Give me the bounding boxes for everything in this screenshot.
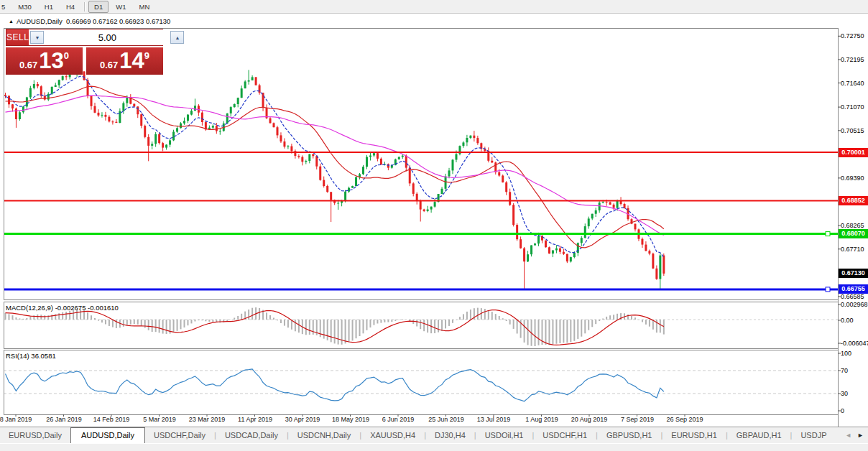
candle-body xyxy=(55,85,57,87)
candle-body xyxy=(552,251,554,254)
rsi-label: RSI(14) 36.0581 xyxy=(6,352,56,360)
candle-body xyxy=(137,106,139,114)
hline-objects[interactable] xyxy=(4,152,838,292)
tab-xauusd-h4[interactable]: XAUUSD,H4 xyxy=(361,428,424,443)
candle-body xyxy=(248,80,250,82)
candle-body xyxy=(337,203,339,204)
rsi-line xyxy=(6,369,664,401)
ma-line-8 xyxy=(6,76,664,257)
hline-handle[interactable] xyxy=(826,232,830,236)
candle-body xyxy=(445,177,447,189)
sell-button[interactable]: SELL xyxy=(6,29,29,45)
candle-body xyxy=(151,144,153,146)
candle-body xyxy=(577,243,579,253)
tab-usdchf-daily[interactable]: USDCHF,Daily xyxy=(145,428,214,443)
price-tick-label: 0.72195 xyxy=(841,56,864,63)
hline-handle[interactable] xyxy=(826,287,830,292)
tabs-scroll-right-icon[interactable]: ► xyxy=(857,432,864,439)
candle-body xyxy=(176,128,178,131)
timeframe-button-d1[interactable]: D1 xyxy=(88,1,108,13)
chart-title: ▲AUDUSD,Daily 0.66969 0.67162 0.66923 0.… xyxy=(9,17,170,25)
candle-body xyxy=(154,134,157,144)
macd-axis-label: 0.002968 xyxy=(841,301,868,308)
tab-usdjp[interactable]: USDJP xyxy=(792,428,835,443)
tab-audusd-daily[interactable]: AUDUSD,Daily xyxy=(70,427,145,444)
macd-histogram xyxy=(6,307,664,346)
macd-label: MACD(12,26,9) -0.002675 -0.001610 xyxy=(6,304,119,312)
candle-body xyxy=(595,210,597,214)
candle-body xyxy=(434,202,436,207)
buy-button[interactable]: BUY xyxy=(185,29,204,45)
candle-body xyxy=(190,111,193,114)
sell-price-panel[interactable]: 0.67 13 0 xyxy=(6,47,83,75)
candle-body xyxy=(269,118,272,124)
buy-price-panel[interactable]: 0.67 14 9 xyxy=(86,47,163,75)
candle-body xyxy=(402,156,404,157)
volume-increase-button[interactable]: ▲ xyxy=(170,31,184,44)
candle-body xyxy=(162,143,164,147)
toolbar-separator xyxy=(84,2,85,11)
candle-body xyxy=(566,254,568,262)
date-label: 7 Sep 2019 xyxy=(621,416,654,423)
candle-body xyxy=(416,194,418,201)
candle-body xyxy=(573,253,576,257)
tab-eurusd-h1[interactable]: EURUSD,H1 xyxy=(662,428,726,443)
candle-body xyxy=(158,134,160,143)
candle-body xyxy=(509,192,511,205)
date-label: 5 Mar 2019 xyxy=(143,416,176,423)
candle-body xyxy=(398,157,400,160)
candle-body xyxy=(44,96,46,100)
tab-gbpusd-h1[interactable]: GBPUSD,H1 xyxy=(598,428,661,443)
low-value: 0.66923 xyxy=(119,17,144,25)
volume-input[interactable] xyxy=(44,31,170,44)
date-label: 14 Feb 2019 xyxy=(93,416,130,423)
candle-body xyxy=(423,210,425,211)
candle-body xyxy=(473,136,475,138)
candle-body xyxy=(494,162,497,172)
candle-body xyxy=(548,247,550,254)
candle-body xyxy=(570,257,572,261)
timeframe-button-mn[interactable]: MN xyxy=(134,1,156,13)
candle-body xyxy=(234,104,236,107)
collapse-icon[interactable]: ▲ xyxy=(9,19,14,24)
tab-usdoil-h1[interactable]: USDOil,H1 xyxy=(476,428,532,443)
candle-body xyxy=(91,96,93,106)
candle-body xyxy=(108,117,110,122)
chart-window: ▲AUDUSD,Daily 0.66969 0.67162 0.66923 0.… xyxy=(0,14,868,427)
date-label: 30 Apr 2019 xyxy=(285,416,320,423)
price-tick-label: 0.70515 xyxy=(841,127,864,134)
candle-body xyxy=(617,200,619,208)
timeframe-button-w1[interactable]: W1 xyxy=(110,1,131,13)
candle-body xyxy=(226,113,228,124)
candle-body xyxy=(111,121,114,122)
tab-usdcad-daily[interactable]: USDCAD,Daily xyxy=(216,428,287,443)
tab-usdcnh-daily[interactable]: USDCNH,Daily xyxy=(289,428,360,443)
candle-body xyxy=(326,186,328,192)
tabs-scroll-left-icon[interactable]: ◄ xyxy=(845,432,851,439)
candle-body xyxy=(606,202,608,203)
sell-price-pipette: 0 xyxy=(64,50,69,61)
candle-body xyxy=(344,192,346,200)
timeframe-button-h4[interactable]: H4 xyxy=(60,1,80,13)
date-label: 18 May 2019 xyxy=(332,416,369,423)
timeframe-button-h1[interactable]: H1 xyxy=(39,1,59,13)
candle-body xyxy=(466,138,468,142)
rsi-axis-label: 0 xyxy=(841,407,844,414)
timeframe-button-m30[interactable]: M30 xyxy=(12,1,37,13)
candle-body xyxy=(180,124,182,129)
status-strip xyxy=(0,443,868,451)
candle-body xyxy=(126,97,128,103)
close-value: 0.67130 xyxy=(146,17,170,25)
tab-eurusd-daily[interactable]: EURUSD,Daily xyxy=(0,428,70,443)
candle-body xyxy=(58,80,60,85)
candle-body xyxy=(287,147,289,147)
tab-usdchf-h1[interactable]: USDCHF,H1 xyxy=(534,428,596,443)
candle-body xyxy=(65,76,68,77)
tab-gbpaud-h1[interactable]: GBPAUD,H1 xyxy=(728,428,790,443)
candle-body xyxy=(19,112,21,119)
volume-decrease-button[interactable]: ▼ xyxy=(30,31,44,44)
candle-body xyxy=(290,147,292,152)
timeframe-button-5[interactable]: 5 xyxy=(0,1,11,13)
tab-dj30-h4[interactable]: DJ30,H4 xyxy=(426,428,474,443)
candle-body xyxy=(523,248,525,262)
